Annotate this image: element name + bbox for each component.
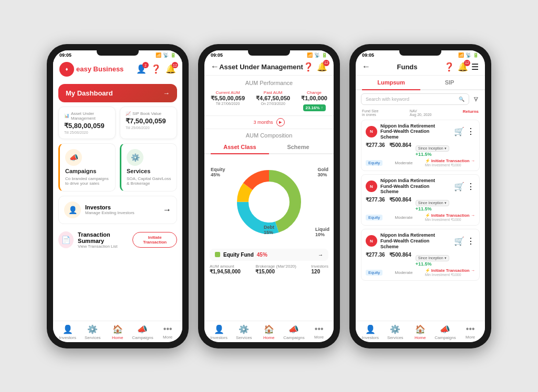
phone3: 09:05 📶 📡 🔋 ← Funds ❓ 🔔 12 ☰ [349,44,491,348]
cart-icon-1[interactable]: 🛒 [454,182,464,192]
nav-more-1[interactable]: ••• More [157,324,178,340]
nav-campaigns-3[interactable]: 📣 Campaigns [434,324,456,340]
bell-badge-3[interactable]: 🔔 12 [458,62,468,72]
nav-campaigns-1[interactable]: 📣 Campaigns [132,324,153,340]
sip-date: Till 25/06/2020 [126,126,171,130]
debt-label: Debt15% [264,225,274,235]
aum-header-icons: ❓ 🔔 12 [303,62,327,72]
funds-header-icons: ❓ 🔔 12 ☰ [444,62,479,72]
investors-row[interactable]: 👤 Investors Manage Existing Investors → [58,196,177,224]
tab-asset-class[interactable]: Asset Class [211,141,269,154]
bell-badge[interactable]: 🔔 12 [165,64,176,74]
search-box[interactable]: Search with keyword 🔍 [361,93,469,105]
since-inception-badge-1[interactable]: Since Inception ▾ [416,200,449,206]
nav-services-icon-2: ⚙️ [239,324,249,334]
fund-nav-1: ₹500.864 [389,197,411,211]
nav-campaigns-2[interactable]: 📣 Campaigns [283,324,304,340]
nav-more-icon: ••• [163,324,172,334]
nav-investors-label-2: Investors [211,335,227,340]
current-aum-stat: Current AUM ₹5,50,00,059 Till 27/06/2020 [211,90,245,111]
nav-services-2[interactable]: ⚙️ Services [233,324,254,340]
tab-lumpsum[interactable]: Lumpsum [362,76,420,90]
campaigns-menu[interactable]: 📣 Campaigns Co branded campaigns to driv… [58,143,116,192]
status-time-1: 09:05 [59,52,71,58]
cart-icon-0[interactable]: 🛒 [454,126,464,136]
equity-fund-arrow: → [318,252,323,258]
fund-card-header-2: N Nippon India RetirementFund-Wealth Cre… [366,232,475,249]
status-icons-3: 📶 📡 🔋 [458,52,479,58]
more-icon-0[interactable]: ⋮ [467,126,475,136]
more-icon-2[interactable]: ⋮ [467,236,475,246]
initiate-link-2[interactable]: ⚡ Initiate Transaction → [425,268,475,273]
nav-more-3[interactable]: ••• More [460,324,481,340]
brokerage-val: ₹15,000 [255,269,296,274]
nav-services-1[interactable]: ⚙️ Services [82,324,103,340]
dashboard-banner[interactable]: My Dashboard → [58,84,177,102]
col-fund-size: Fund Size in crores [362,109,379,116]
since-inception-badge-0[interactable]: Since Inception ▾ [416,145,449,152]
nav-home-2[interactable]: 🏠 Home [258,324,280,340]
filter-icon[interactable]: ⛛ [472,95,480,103]
col-nav: NAV Aug 20, 2020 [410,109,432,116]
initiate-link-1[interactable]: ⚡ Initiate Transaction → [425,213,475,218]
transaction-title: Transaction Summary [78,231,132,244]
wifi-icon-3: 📡 [465,52,471,58]
play-button[interactable]: ▶ [276,118,285,126]
phone2-screen: 09:05 📶 📡 🔋 ← Asset Under Management ❓ 🔔… [204,50,334,342]
fund-size-2: ₹277.36 [366,252,385,267]
change-badge: 23.16% ↑ [303,104,326,111]
current-aum-value: ₹5,50,00,059 [211,95,245,102]
since-inception-badge-2[interactable]: Since Inception ▾ [416,255,449,261]
nav-home-1[interactable]: 🏠 Home [107,324,128,340]
back-button[interactable]: ← [211,62,219,71]
profile-badge[interactable]: 👤 2 [136,64,147,74]
wifi-icon-2: 📡 [314,52,320,58]
help-icon-3[interactable]: ❓ [444,62,454,72]
nav-services-3[interactable]: ⚙️ Services [385,324,406,340]
nav-campaigns-label: Campaigns [132,335,153,340]
help-icon-2[interactable]: ❓ [303,62,314,72]
menu-icon-3[interactable]: ☰ [471,62,479,72]
fund-name-area-0: N Nippon India RetirementFund-Wealth Cre… [366,123,449,140]
tag-moderate-0: Moderate [395,161,413,165]
initiate-link-0[interactable]: ⚡ Initiate Transaction → [425,158,475,163]
help-icon[interactable]: ❓ [151,64,161,74]
nav-home-label-2: Home [263,335,274,340]
more-icon-1[interactable]: ⋮ [467,182,475,192]
bell-badge-2[interactable]: 🔔 12 [317,62,327,72]
bottom-nav-2: 👤 Investors ⚙️ Services 🏠 Home 📣 Campaig… [204,321,334,342]
fund-card-2: N Nippon India RetirementFund-Wealth Cre… [361,229,480,280]
phone2: 09:05 📶 📡 🔋 ← Asset Under Management ❓ 🔔… [198,44,340,348]
min-inv-2: Min Investment ₹1000 [425,273,475,277]
status-time-3: 09:05 [362,52,374,58]
nav-investors-2[interactable]: 👤 Investors [209,324,230,340]
tab-scheme[interactable]: Scheme [269,141,327,154]
nav-more-icon-2: ••• [315,324,324,334]
nav-investors-1[interactable]: 👤 Investors [57,324,78,340]
change-pct: 23.16% [306,105,320,110]
gold-label: Gold30% [318,167,329,177]
past-aum-stat: Past AUM ₹4,67,50,050 On 27/03/2020 [256,90,290,111]
current-aum-label: Current AUM [211,90,245,95]
equity-fund-row[interactable]: Equity Fund 45% → [210,249,328,261]
cart-icon-2[interactable]: 🛒 [454,236,464,246]
wifi-icon: 📡 [163,52,169,58]
back-button-3[interactable]: ← [362,62,370,71]
min-inv-1: Min Investment ₹1000 [425,218,475,222]
nav-more-2[interactable]: ••• More [308,324,329,340]
campaigns-sub: Co branded campaigns to drive your sales [65,176,110,186]
services-menu[interactable]: ⚙️ Services SOA, Capital Gain/Loss & Bro… [120,143,177,192]
nav-home-icon-2: 🏠 [264,324,274,334]
initiate-button[interactable]: Initiate Transaction [132,232,177,248]
fund-card-icons-2: 🛒 ⋮ [454,236,475,246]
fund-card-1: N Nippon India RetirementFund-Wealth Cre… [361,174,480,226]
nav-home-icon-3: 🏠 [415,324,426,334]
services-title: Services [127,168,171,174]
nav-home-3[interactable]: 🏠 Home [410,324,431,340]
tab-sip[interactable]: SIP [420,76,479,90]
phone1: 09:05 📶 📡 🔋 ♦ easy Business [47,44,189,348]
past-aum-date: On 27/03/2020 [256,102,290,105]
bottom-nav-1: 👤 Investors ⚙️ Services 🏠 Home 📣 Campaig… [53,321,182,342]
sip-label: 📈 SIP Book Value [126,111,171,116]
nav-investors-3[interactable]: 👤 Investors [360,324,381,340]
